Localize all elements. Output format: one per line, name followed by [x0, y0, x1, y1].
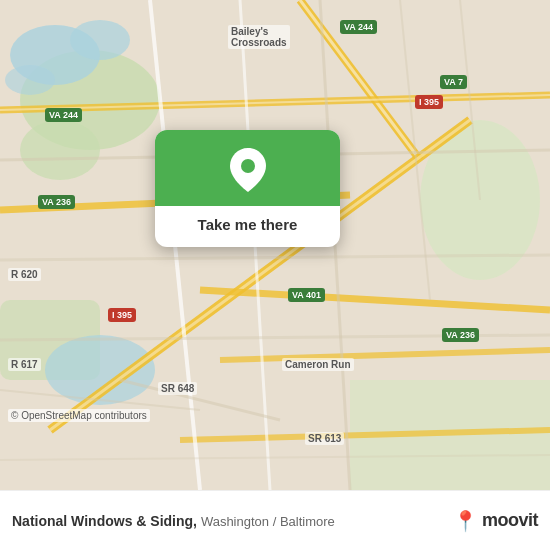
moovit-text: moovit — [482, 510, 538, 531]
location-region-text: Washington / Baltimore — [201, 514, 335, 529]
label-baileys: Bailey'sCrossroads — [228, 25, 290, 49]
bottom-bar: National Windows & Siding, Washington / … — [0, 490, 550, 550]
shield-va236-right: VA 236 — [442, 328, 479, 342]
copyright-text: © OpenStreetMap contributors — [8, 409, 150, 422]
shield-va244-left: VA 244 — [45, 108, 82, 122]
location-pin-icon — [226, 148, 270, 192]
svg-point-8 — [70, 20, 130, 60]
shield-va7: VA 7 — [440, 75, 467, 89]
take-me-there-button[interactable]: Take me there — [155, 206, 340, 247]
map-container: VA 244 VA 7 VA 244 I 395 VA 236 R 620 I … — [0, 0, 550, 490]
popup-card: Take me there — [155, 130, 340, 247]
moovit-logo: 📍 moovit — [453, 509, 538, 533]
label-cameron-run: Cameron Run — [282, 358, 354, 371]
svg-point-9 — [5, 65, 55, 95]
label-sr613: SR 613 — [305, 432, 344, 445]
shield-i395-top: I 395 — [415, 95, 443, 109]
shield-i395-mid: I 395 — [108, 308, 136, 322]
label-r617: R 617 — [8, 358, 41, 371]
location-name-text: National Windows & Siding, — [12, 513, 197, 529]
label-r620: R 620 — [8, 268, 41, 281]
label-sr648: SR 648 — [158, 382, 197, 395]
svg-point-2 — [20, 120, 100, 180]
shield-va236-left: VA 236 — [38, 195, 75, 209]
popup-top — [155, 130, 340, 206]
location-name: National Windows & Siding, Washington / … — [12, 513, 453, 529]
svg-point-31 — [241, 159, 255, 173]
shield-va401: VA 401 — [288, 288, 325, 302]
moovit-pin-icon: 📍 — [453, 509, 478, 533]
shield-va244-top: VA 244 — [340, 20, 377, 34]
